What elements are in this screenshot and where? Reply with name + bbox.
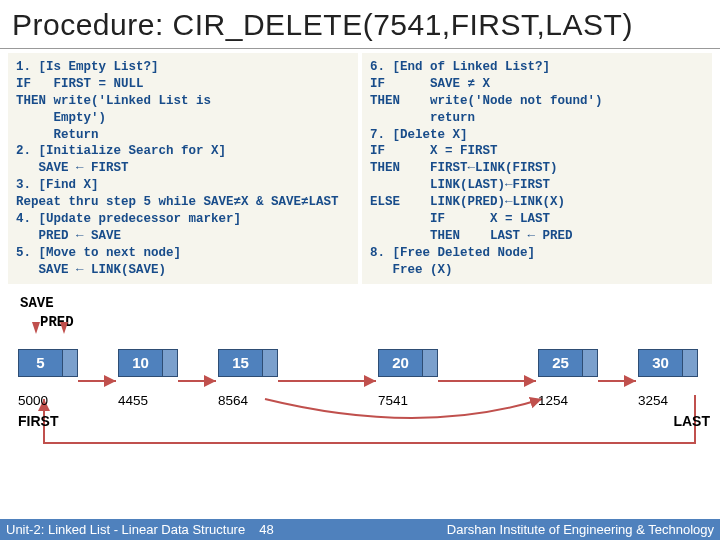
pred-label: PRED: [40, 313, 720, 331]
page-title: Procedure: CIR_DELETE(7541,FIRST,LAST): [0, 0, 720, 49]
arrow-down-icon: [60, 322, 68, 334]
list-node: 10: [118, 349, 178, 377]
node-row: 51015202530: [0, 349, 720, 389]
node-value: 20: [379, 350, 422, 376]
save-label: SAVE: [20, 294, 720, 312]
variable-labels: SAVE PRED: [0, 284, 720, 330]
footer-page: 48: [259, 522, 273, 537]
code-columns: 1. [Is Empty List?] IF FIRST = NULL THEN…: [0, 49, 720, 284]
node-address: 5000: [18, 393, 48, 408]
list-node: 5: [18, 349, 78, 377]
code-right: 6. [End of Linked List?] IF SAVE ≠ X THE…: [362, 53, 712, 284]
footer: Unit-2: Linked List - Linear Data Struct…: [0, 519, 720, 540]
last-label: LAST: [673, 413, 710, 429]
node-value: 10: [119, 350, 162, 376]
node-value: 15: [219, 350, 262, 376]
code-left: 1. [Is Empty List?] IF FIRST = NULL THEN…: [8, 53, 358, 284]
node-address: 8564: [218, 393, 248, 408]
pointer-labels: FIRST LAST: [0, 413, 720, 433]
node-pointer: [62, 350, 77, 376]
first-label: FIRST: [18, 413, 58, 429]
node-value: 30: [639, 350, 682, 376]
list-node: 30: [638, 349, 698, 377]
list-node: 25: [538, 349, 598, 377]
list-node: 20: [378, 349, 438, 377]
node-pointer: [162, 350, 177, 376]
list-node: 15: [218, 349, 278, 377]
arrow-down-icon: [32, 322, 40, 334]
node-address: 1254: [538, 393, 568, 408]
node-value: 5: [19, 350, 62, 376]
node-pointer: [682, 350, 697, 376]
footer-right: Darshan Institute of Engineering & Techn…: [447, 522, 714, 537]
node-address: 4455: [118, 393, 148, 408]
node-pointer: [262, 350, 277, 376]
node-address: 3254: [638, 393, 668, 408]
footer-left: Unit-2: Linked List - Linear Data Struct…: [6, 522, 245, 537]
node-pointer: [422, 350, 437, 376]
address-row: 500044558564754112543254: [0, 393, 720, 413]
node-value: 25: [539, 350, 582, 376]
linked-list-diagram: 51015202530 500044558564754112543254 FIR…: [0, 349, 720, 433]
node-address: 7541: [378, 393, 408, 408]
node-pointer: [582, 350, 597, 376]
